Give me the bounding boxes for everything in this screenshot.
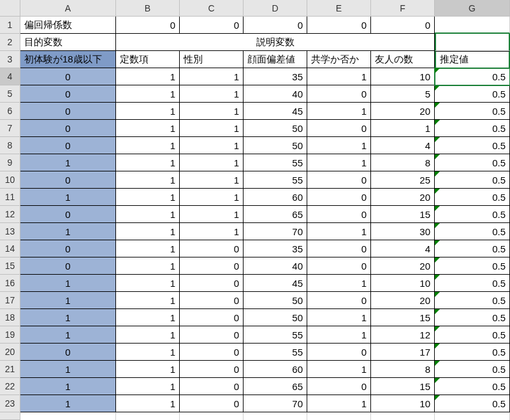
cell-D18[interactable]: 50	[244, 309, 307, 326]
cell-E17[interactable]: 0	[307, 292, 371, 309]
row-header-7[interactable]: 7	[0, 120, 20, 137]
cell-F22[interactable]: 15	[371, 378, 435, 395]
cell-B13[interactable]: 1	[116, 223, 180, 240]
cell-E12[interactable]: 0	[307, 206, 371, 223]
cell-D4[interactable]: 35	[244, 68, 307, 85]
cell-A13[interactable]: 1	[20, 223, 116, 240]
cell-B23[interactable]: 1	[116, 395, 180, 412]
cell-C7[interactable]: 1	[180, 120, 244, 137]
cell-G13[interactable]: 0.5	[435, 223, 510, 240]
cell-E20[interactable]: 0	[307, 344, 371, 361]
cell-D10[interactable]: 55	[244, 171, 307, 189]
cell-F14[interactable]: 4	[371, 240, 435, 257]
cell-B1[interactable]: 0	[116, 17, 180, 34]
cell-G7[interactable]: 0.5	[435, 120, 510, 137]
column-header-A[interactable]: A	[20, 0, 116, 17]
cell-C1[interactable]: 0	[180, 17, 244, 34]
cell-G17[interactable]: 0.5	[435, 292, 510, 309]
cell-B12[interactable]: 1	[116, 206, 180, 223]
cell-E14[interactable]: 0	[307, 240, 371, 257]
cell-F10[interactable]: 25	[371, 171, 435, 189]
cell-E23[interactable]: 1	[307, 395, 371, 412]
cell-A16[interactable]: 1	[20, 275, 116, 292]
cell-A17[interactable]: 1	[20, 292, 116, 309]
cell-A23[interactable]: 1	[20, 395, 116, 412]
cell-A15[interactable]: 0	[20, 257, 116, 275]
cell-B2-merged[interactable]: 説明変数	[116, 34, 435, 51]
cell-E8[interactable]: 1	[307, 137, 371, 154]
cell-B6[interactable]: 1	[116, 103, 180, 120]
row-header-3[interactable]: 3	[0, 51, 20, 68]
row-header-8[interactable]: 8	[0, 137, 20, 154]
cell-E9[interactable]: 1	[307, 154, 371, 171]
cell-A2[interactable]: 目的変数	[20, 34, 116, 51]
cell-G18[interactable]: 0.5	[435, 309, 510, 326]
cell-C3[interactable]: 性別	[180, 51, 244, 68]
cell-G19[interactable]: 0.5	[435, 326, 510, 344]
cell-B18[interactable]: 1	[116, 309, 180, 326]
cell-F16[interactable]: 10	[371, 275, 435, 292]
row-header-17[interactable]: 17	[0, 292, 20, 309]
cell-C19[interactable]: 0	[180, 326, 244, 344]
cell-B16[interactable]: 1	[116, 275, 180, 292]
cell-C4[interactable]: 1	[180, 68, 244, 85]
cell-C18[interactable]: 0	[180, 309, 244, 326]
cell-D21[interactable]: 60	[244, 361, 307, 378]
cell-E15[interactable]: 0	[307, 257, 371, 275]
cell-D23[interactable]: 70	[244, 395, 307, 412]
cell-C22[interactable]: 0	[180, 378, 244, 395]
cell-G4[interactable]: 0.5	[435, 68, 510, 85]
cell-D12[interactable]: 65	[244, 206, 307, 223]
row-header-12[interactable]: 12	[0, 206, 20, 223]
cell-B8[interactable]: 1	[116, 137, 180, 154]
row-header-2[interactable]: 2	[0, 34, 20, 51]
cell-G23[interactable]: 0.5	[435, 395, 510, 412]
cell-empty-24-6[interactable]	[435, 412, 510, 420]
cell-A3[interactable]: 初体験が18歳以下	[20, 51, 116, 68]
cell-E11[interactable]: 0	[307, 189, 371, 206]
cell-B22[interactable]: 1	[116, 378, 180, 395]
cell-A1[interactable]: 偏回帰係数	[20, 17, 116, 34]
row-header-5[interactable]: 5	[0, 85, 20, 103]
row-header-14[interactable]: 14	[0, 240, 20, 257]
cell-B19[interactable]: 1	[116, 326, 180, 344]
cell-C14[interactable]: 0	[180, 240, 244, 257]
cell-F9[interactable]: 8	[371, 154, 435, 171]
cell-E21[interactable]: 1	[307, 361, 371, 378]
cell-A19[interactable]: 1	[20, 326, 116, 344]
row-header-9[interactable]: 9	[0, 154, 20, 171]
row-header-19[interactable]: 19	[0, 326, 20, 344]
cell-G22[interactable]: 0.5	[435, 378, 510, 395]
cell-G1[interactable]	[435, 17, 510, 34]
row-header-11[interactable]: 11	[0, 189, 20, 206]
cell-F3[interactable]: 友人の数	[371, 51, 435, 68]
cell-E3[interactable]: 共学か否か	[307, 51, 371, 68]
corner-select-all[interactable]	[0, 0, 20, 17]
cell-A21[interactable]: 1	[20, 361, 116, 378]
cell-G3[interactable]: 推定値	[435, 51, 510, 68]
cell-empty-24-3[interactable]	[244, 412, 307, 420]
cell-A22[interactable]: 1	[20, 378, 116, 395]
column-header-C[interactable]: C	[180, 0, 244, 17]
cell-F17[interactable]: 20	[371, 292, 435, 309]
column-header-D[interactable]: D	[244, 0, 307, 17]
cell-A20[interactable]: 0	[20, 344, 116, 361]
cell-F4[interactable]: 10	[371, 68, 435, 85]
row-header-1[interactable]: 1	[0, 17, 20, 34]
row-header-10[interactable]: 10	[0, 171, 20, 189]
cell-B3[interactable]: 定数項	[116, 51, 180, 68]
cell-D6[interactable]: 45	[244, 103, 307, 120]
cell-D7[interactable]: 50	[244, 120, 307, 137]
cell-B20[interactable]: 1	[116, 344, 180, 361]
row-header-4[interactable]: 4	[0, 68, 20, 85]
cell-E6[interactable]: 1	[307, 103, 371, 120]
cell-G16[interactable]: 0.5	[435, 275, 510, 292]
cell-C12[interactable]: 1	[180, 206, 244, 223]
cell-D20[interactable]: 55	[244, 344, 307, 361]
row-header-22[interactable]: 22	[0, 378, 20, 395]
cell-F5[interactable]: 5	[371, 85, 435, 103]
cell-F21[interactable]: 8	[371, 361, 435, 378]
cell-D13[interactable]: 70	[244, 223, 307, 240]
cell-C11[interactable]: 1	[180, 189, 244, 206]
row-header-20[interactable]: 20	[0, 344, 20, 361]
